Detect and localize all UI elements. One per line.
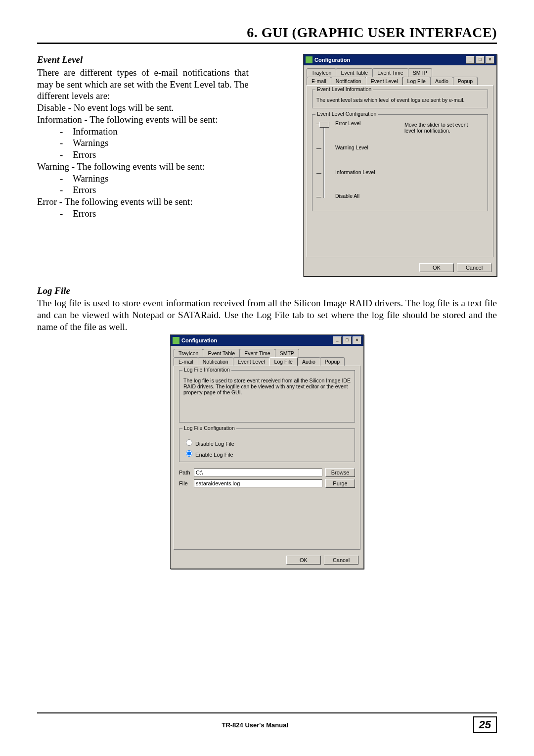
warn-list: Warnings Errors [60,173,249,196]
log-file-heading: Log File [37,285,497,296]
tab-trayicon[interactable]: TrayIcon [307,68,336,77]
cancel-button[interactable]: Cancel [457,263,491,272]
tab-smtp[interactable]: SMTP [408,68,432,77]
close-button[interactable]: × [486,56,494,64]
tab-event-time[interactable]: Event Time [239,349,275,357]
tab-event-level[interactable]: Event Level [233,357,270,366]
slider-thumb-icon[interactable] [319,122,329,128]
tab-event-time[interactable]: Event Time [372,68,408,77]
titlebar[interactable]: Configuration _ □ × [304,54,496,65]
purge-button[interactable]: Purge [325,479,355,488]
file-input[interactable] [194,479,322,487]
tab-email[interactable]: E-mail [174,357,198,366]
header-rule [37,43,497,44]
tab-log-file[interactable]: Log File [269,357,298,366]
tab-event-table[interactable]: Event Table [336,68,373,77]
tab-popup[interactable]: Popup [320,357,345,366]
config-window-event-level: Configuration _ □ × TrayIcon Event Table… [303,54,497,277]
config-window-log-file: Configuration _ □ × TrayIcon Event Table… [170,334,364,569]
maximize-button[interactable]: □ [343,336,352,344]
footer-text: TR-824 User's Manual [37,721,473,729]
app-icon [306,56,312,63]
group-event-level-config: Event Level Configuration [312,114,488,211]
app-icon [173,337,179,344]
tab-audio[interactable]: Audio [430,77,453,85]
log-file-text: The log file is used to store event info… [37,297,497,332]
event-level-text: Event Level There are different types of… [37,54,249,277]
tab-popup[interactable]: Popup [453,77,478,85]
path-input[interactable] [194,469,322,476]
group-log-file-info: Log File Inforamtion The log file is use… [179,370,355,423]
tab-event-level[interactable]: Event Level [366,77,403,85]
radio-disable-log[interactable]: Disable Log File [183,438,351,447]
minimize-button[interactable]: _ [333,336,342,344]
ok-button[interactable]: OK [286,556,321,565]
ok-button[interactable]: OK [419,263,454,272]
file-label: File [179,480,194,486]
event-level-heading: Event Level [37,54,249,66]
path-label: Path [179,470,194,475]
page-footer: TR-824 User's Manual 25 [37,712,497,733]
close-button[interactable]: × [353,336,361,344]
page-number: 25 [473,716,497,733]
group-log-file-config: Log File Configuration Disable Log File … [179,428,355,462]
event-level-slider[interactable] [316,124,331,198]
titlebar[interactable]: Configuration _ □ × [171,335,363,346]
tab-event-table[interactable]: Event Table [203,349,240,357]
browse-button[interactable]: Browse [325,468,355,477]
maximize-button[interactable]: □ [476,56,485,64]
page-header: 6. GUI (GRAPHIC USER INTERFACE) [37,25,497,41]
tab-audio[interactable]: Audio [297,357,320,366]
tab-notification[interactable]: Notification [331,77,366,85]
err-list: Errors [60,208,249,220]
tab-notification[interactable]: Notification [198,357,233,366]
group-event-level-info: Event Level Information The event level … [312,90,488,108]
radio-enable-log[interactable]: Enable Log File [183,449,351,458]
minimize-button[interactable]: _ [466,56,475,64]
tab-trayicon[interactable]: TrayIcon [174,349,203,357]
tab-log-file[interactable]: Log File [402,77,431,85]
tab-smtp[interactable]: SMTP [275,349,299,357]
tab-email[interactable]: E-mail [307,77,331,85]
info-list: Information Warnings Errors [60,126,249,161]
cancel-button[interactable]: Cancel [324,556,358,565]
